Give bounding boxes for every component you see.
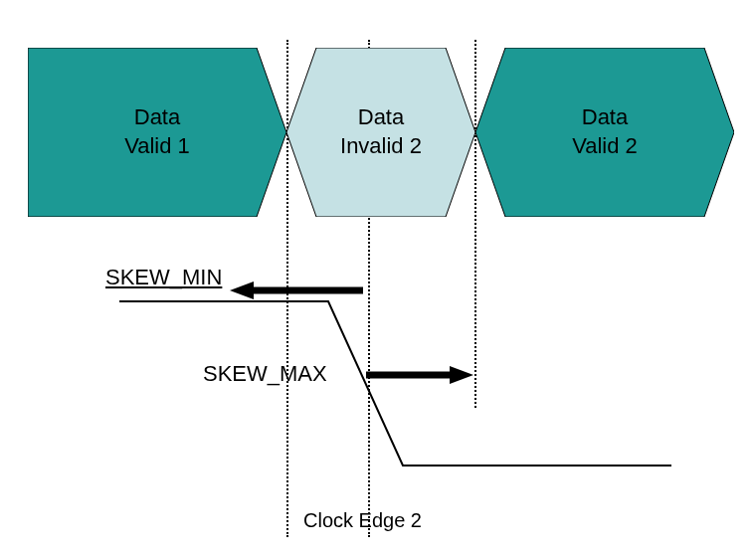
arrow-skew-min: [230, 281, 363, 299]
clock-waveform: [119, 298, 676, 497]
skew-min-label: SKEW_MIN: [105, 265, 222, 290]
data-block-label: Data Invalid 2: [340, 103, 422, 160]
data-block-row: Data Valid 1 Data Invalid 2 Data Valid 2: [28, 48, 736, 217]
data-block-valid2: Data Valid 2: [475, 48, 734, 217]
clock-edge-label: Clock Edge 2: [303, 509, 422, 532]
data-block-valid1: Data Valid 1: [28, 48, 286, 217]
data-block-invalid2: Data Invalid 2: [286, 48, 475, 217]
timing-diagram: Data Valid 1 Data Invalid 2 Data Valid 2…: [0, 0, 753, 560]
data-block-label: Data Valid 1: [124, 103, 190, 160]
svg-marker-4: [230, 281, 254, 299]
data-block-label: Data Valid 2: [572, 103, 638, 160]
